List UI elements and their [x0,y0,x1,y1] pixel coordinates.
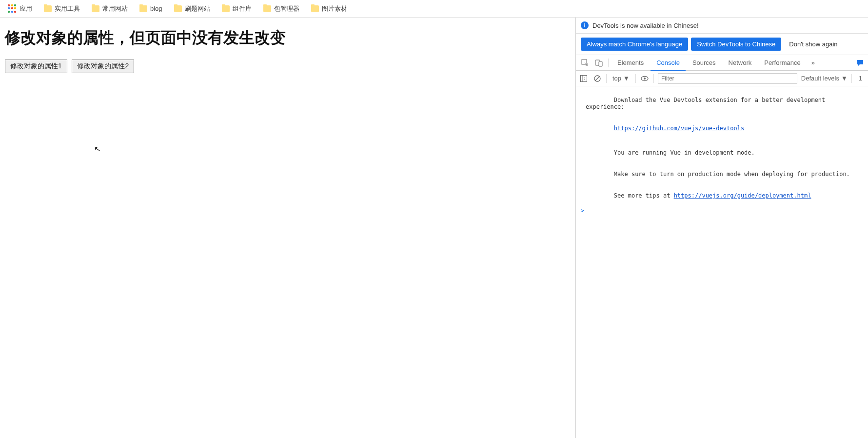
console-text: Download the Vue Devtools extension for … [586,97,829,110]
tab-console[interactable]: Console [651,55,686,70]
issues-count[interactable]: 1 [856,75,865,82]
chevron-down-icon: ▼ [841,75,848,82]
divider [653,74,654,83]
devtools-tabs: Elements Console Sources Network Perform… [576,55,868,71]
bookmark-folder[interactable]: 图片素材 [307,2,351,15]
info-icon: i [581,21,589,29]
levels-label: Default levels [801,75,839,82]
divider [606,74,607,83]
context-label: top [612,75,621,82]
console-line: Make sure to turn on production mode whe… [576,163,868,185]
console-toolbar: top ▼ Default levels ▼ 1 [576,71,868,86]
folder-icon [222,5,230,12]
console-line: https://github.com/vuejs/vue-devtools [576,118,868,139]
svg-rect-2 [599,61,602,66]
switch-to-chinese-button[interactable]: Switch DevTools to Chinese [691,38,781,51]
console-text: Make sure to turn on production mode whe… [614,171,850,178]
console-sidebar-toggle-icon[interactable] [579,74,589,83]
inspect-element-icon[interactable] [579,57,592,69]
tab-network[interactable]: Network [723,55,758,70]
modify-props-1-button[interactable]: 修改对象的属性1 [5,60,67,73]
bookmark-label: 常用网站 [102,4,128,13]
more-tabs-icon[interactable]: » [808,59,819,66]
always-match-button[interactable]: Always match Chrome's language [581,38,688,51]
log-levels-selector[interactable]: Default levels ▼ [801,75,848,82]
bookmark-folder[interactable]: 包管理器 [259,2,303,15]
devtools-panel: i DevTools is now available in Chinese! … [575,18,868,438]
banner-buttons-row: Always match Chrome's language Switch De… [576,34,868,55]
bookmark-label: 组件库 [233,4,252,13]
feedback-icon[interactable] [855,58,865,68]
device-toolbar-icon[interactable] [592,57,605,69]
live-expression-icon[interactable] [640,74,650,83]
dont-show-again-button[interactable]: Don't show again [784,38,842,51]
bookmark-folder[interactable]: 常用网站 [88,2,132,15]
context-selector[interactable]: top ▼ [611,75,631,82]
bookmarks-bar: 应用 实用工具 常用网站 blog 刷题网站 组件库 包管理器 图片素材 [0,0,868,18]
console-line: See more tips at https://vuejs.org/guide… [576,185,868,206]
divider [635,74,636,83]
folder-icon [92,5,99,12]
console-text: You are running Vue in development mode. [614,149,755,156]
folder-icon [263,5,271,12]
divider [608,59,609,67]
bookmark-label: 实用工具 [55,4,80,13]
console-line: You are running Vue in development mode. [576,142,868,163]
bookmark-label: 刷题网站 [185,4,210,13]
chevron-down-icon: ▼ [623,75,630,82]
console-link[interactable]: https://github.com/vuejs/vue-devtools [614,125,744,132]
bookmark-folder[interactable]: blog [136,3,166,14]
bookmark-label: 包管理器 [274,4,299,13]
divider [851,74,852,83]
bookmark-folder[interactable]: 刷题网站 [170,2,214,15]
devtools-info-banner: i DevTools is now available in Chinese! [576,18,868,34]
clear-console-icon[interactable] [592,74,602,83]
folder-icon [44,5,52,12]
console-text: See more tips at [614,192,674,199]
info-text: DevTools is now available in Chinese! [592,22,699,29]
console-line: Download the Vue Devtools extension for … [576,89,868,118]
tab-performance[interactable]: Performance [758,55,806,70]
filter-input[interactable] [658,73,797,84]
svg-point-8 [644,78,646,80]
console-output: Download the Vue Devtools extension for … [576,86,868,438]
apps-button[interactable]: 应用 [4,2,36,15]
bookmark-folder[interactable]: 组件库 [218,2,256,15]
page-title: 修改对象的属性，但页面中没有发生改变 [5,27,571,49]
folder-icon [174,5,182,12]
bookmark-label: 图片素材 [322,4,347,13]
tab-sources[interactable]: Sources [687,55,722,70]
bookmark-label: blog [150,5,162,12]
svg-rect-3 [581,75,587,81]
console-link[interactable]: https://vuejs.org/guide/deployment.html [674,192,811,199]
cursor-arrow-icon [94,144,100,153]
bookmark-folder[interactable]: 实用工具 [40,2,84,15]
tab-elements[interactable]: Elements [612,55,650,70]
modify-props-2-button[interactable]: 修改对象的属性2 [72,60,134,73]
folder-icon [311,5,319,12]
apps-icon [8,4,17,13]
apps-label: 应用 [20,4,32,13]
page-content: 修改对象的属性，但页面中没有发生改变 修改对象的属性1 修改对象的属性2 [0,18,575,438]
folder-icon [139,5,147,12]
svg-line-6 [595,77,599,80]
console-prompt[interactable]: > [576,206,868,215]
